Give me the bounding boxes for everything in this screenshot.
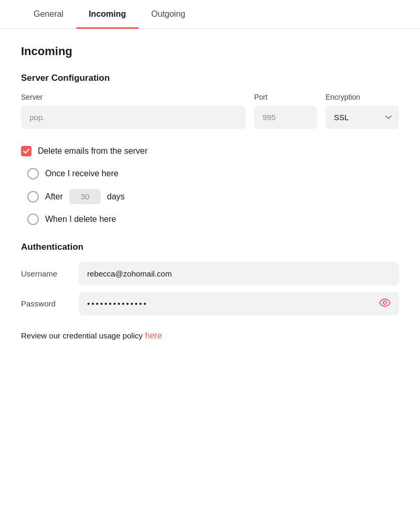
username-label: Username bbox=[21, 269, 68, 278]
delete-checkbox-label: Delete emails from the server bbox=[38, 146, 148, 156]
radio-when-row: When I delete here bbox=[27, 214, 399, 225]
delete-checkbox-row: Delete emails from the server bbox=[21, 146, 399, 156]
password-input-wrapper bbox=[79, 292, 399, 315]
server-input[interactable] bbox=[21, 105, 246, 129]
encryption-field-group: Encryption SSL TLS None bbox=[326, 93, 399, 129]
tab-outgoing[interactable]: Outgoing bbox=[139, 0, 198, 28]
server-label: Server bbox=[21, 93, 246, 101]
server-fields-row: Server Port Encryption SSL TLS None bbox=[21, 93, 399, 129]
main-content: Incoming Server Configuration Server Por… bbox=[0, 29, 420, 356]
username-input-wrapper bbox=[79, 262, 399, 285]
policy-link[interactable]: here bbox=[145, 331, 162, 340]
password-input[interactable] bbox=[79, 292, 399, 315]
radio-once-label: Once I receive here bbox=[45, 169, 119, 178]
authentication-title: Authentication bbox=[21, 242, 399, 252]
encryption-select[interactable]: SSL TLS None bbox=[326, 105, 399, 129]
server-field-group: Server bbox=[21, 93, 246, 129]
server-config-section: Server Configuration Server Port Encrypt… bbox=[21, 73, 399, 129]
radio-after-label-before: After bbox=[45, 192, 63, 201]
delete-checkbox[interactable] bbox=[21, 146, 32, 156]
password-label: Password bbox=[21, 299, 68, 308]
radio-when[interactable] bbox=[27, 214, 39, 225]
radio-after-row: After days bbox=[27, 189, 399, 204]
server-config-title: Server Configuration bbox=[21, 73, 399, 83]
username-input[interactable] bbox=[79, 262, 399, 285]
port-input[interactable] bbox=[254, 105, 317, 129]
svg-point-0 bbox=[383, 301, 386, 304]
show-password-icon[interactable] bbox=[379, 299, 391, 309]
tabs-nav: General Incoming Outgoing bbox=[0, 0, 420, 29]
radio-when-label: When I delete here bbox=[45, 215, 116, 224]
radio-after-label-after: days bbox=[107, 192, 125, 201]
tab-general[interactable]: General bbox=[21, 0, 76, 28]
authentication-section: Authentication Username Password bbox=[21, 242, 399, 315]
radio-once-row: Once I receive here bbox=[27, 168, 399, 179]
encryption-label: Encryption bbox=[326, 93, 399, 101]
username-row: Username bbox=[21, 262, 399, 285]
policy-text: Review our credential usage policy bbox=[21, 331, 143, 340]
port-label: Port bbox=[254, 93, 317, 101]
delete-section: Delete emails from the server Once I rec… bbox=[21, 146, 399, 225]
radio-options: Once I receive here After days When I de… bbox=[21, 168, 399, 225]
page-title: Incoming bbox=[21, 45, 399, 58]
tab-incoming[interactable]: Incoming bbox=[76, 0, 139, 28]
port-field-group: Port bbox=[254, 93, 317, 129]
password-row: Password bbox=[21, 292, 399, 315]
policy-row: Review our credential usage policy here bbox=[21, 331, 399, 341]
days-input[interactable] bbox=[69, 189, 101, 204]
radio-after[interactable] bbox=[27, 191, 39, 203]
radio-once[interactable] bbox=[27, 168, 39, 179]
